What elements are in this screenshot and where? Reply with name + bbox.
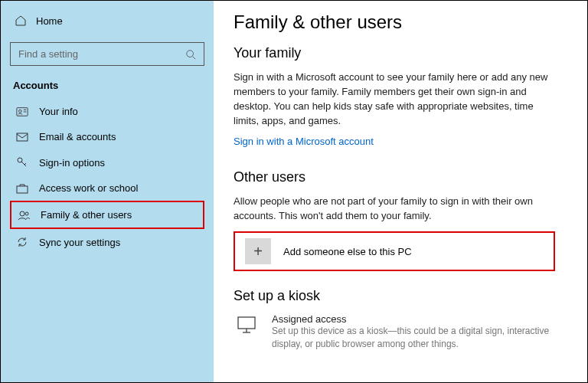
sidebar-item-label: Sign-in options [39,157,105,169]
svg-line-9 [24,163,26,165]
svg-line-1 [193,56,196,59]
sidebar-item-label: Email & accounts [39,131,116,142]
section-heading: Accounts [13,80,201,91]
key-icon [16,156,28,169]
svg-rect-10 [17,186,28,193]
other-users-heading: Other users [234,169,567,185]
person-badge-icon [16,106,28,117]
page-title: Family & other users [234,11,567,33]
search-input[interactable]: Find a setting [10,42,204,66]
sidebar-item-sync-settings[interactable]: Sync your settings [10,229,204,255]
home-label: Home [36,15,63,27]
add-user-label: Add someone else to this PC [283,246,412,257]
family-body: Sign in with a Microsoft account to see … [234,70,555,128]
sidebar-item-family-other-users[interactable]: Family & other users [10,201,204,229]
svg-rect-6 [17,133,28,141]
monitor-icon [234,313,260,335]
people-icon [18,210,30,221]
sidebar-item-your-info[interactable]: Your info [10,99,204,124]
other-users-body: Allow people who are not part of your fa… [234,195,555,224]
svg-rect-13 [238,317,255,329]
sidebar-item-label: Access work or school [39,182,138,194]
home-icon [15,15,27,27]
nav-list: Your info Email & accounts Sign-in optio… [10,99,204,255]
sync-icon [16,236,28,248]
assigned-access-sub: Set up this device as a kiosk—this could… [272,325,563,351]
plus-icon: + [245,238,271,264]
assigned-access-title: Assigned access [272,313,563,325]
sidebar: Home Find a setting Accounts Your info E… [1,1,214,382]
home-button[interactable]: Home [10,8,204,33]
sidebar-item-signin-options[interactable]: Sign-in options [10,149,204,175]
sidebar-item-label: Sync your settings [39,237,120,248]
svg-point-11 [20,211,24,216]
family-heading: Your family [234,45,567,61]
svg-point-0 [187,50,194,57]
svg-point-3 [19,110,22,113]
kiosk-heading: Set up a kiosk [234,288,567,304]
sidebar-item-label: Family & other users [41,209,132,221]
sidebar-item-work-school[interactable]: Access work or school [10,175,204,201]
search-placeholder: Find a setting [18,48,78,60]
add-user-button[interactable]: + Add someone else to this PC [234,231,555,271]
sidebar-item-email-accounts[interactable]: Email & accounts [10,124,204,149]
search-icon [185,49,196,60]
assigned-access-text: Assigned access Set up this device as a … [272,313,563,351]
sidebar-item-label: Your info [39,106,78,117]
assigned-access-button[interactable]: Assigned access Set up this device as a … [234,313,567,351]
briefcase-icon [16,183,28,194]
mail-icon [16,133,28,142]
main-content: Family & other users Your family Sign in… [214,1,587,382]
signin-link[interactable]: Sign in with a Microsoft account [234,136,374,147]
svg-point-12 [25,212,28,215]
